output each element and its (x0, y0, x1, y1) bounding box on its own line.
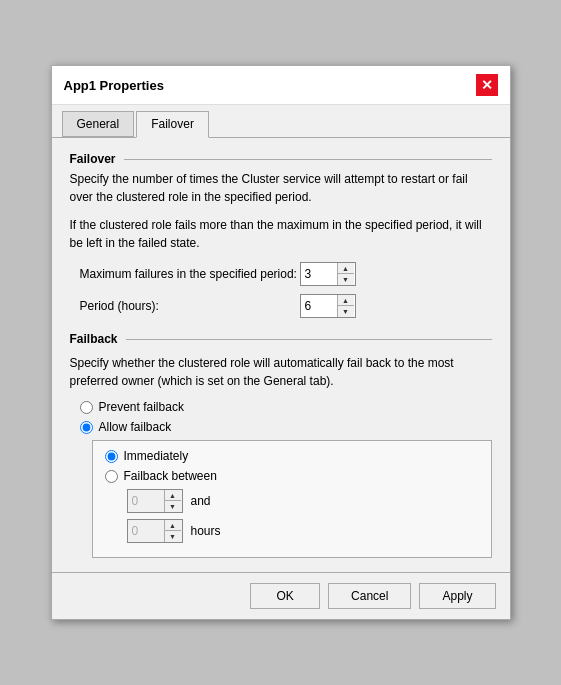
between-start-spin-buttons: ▲ ▼ (164, 490, 181, 512)
between-label: Failback between (124, 469, 217, 483)
failover-description1: Specify the number of times the Cluster … (70, 170, 492, 206)
between-spinbox-row: ▲ ▼ and (127, 489, 479, 513)
allow-failback-label: Allow failback (99, 420, 172, 434)
failback-options-box: Immediately Failback between ▲ ▼ (92, 440, 492, 558)
failback-section-title: Failback (70, 332, 492, 346)
period-spin-buttons: ▲ ▼ (337, 295, 354, 317)
dialog-title: App1 Properties (64, 78, 164, 93)
between-end-up-button[interactable]: ▲ (165, 520, 181, 531)
period-row: Period (hours): ▲ ▼ (80, 294, 492, 318)
failback-radio-group: Prevent failback Allow failback Immediat… (80, 400, 492, 558)
between-end-input[interactable] (128, 522, 164, 540)
tab-general[interactable]: General (62, 111, 135, 137)
failback-between-row: Failback between (105, 469, 479, 483)
prevent-failback-row: Prevent failback (80, 400, 492, 414)
immediately-label: Immediately (124, 449, 189, 463)
allow-failback-row: Allow failback (80, 420, 492, 434)
max-failures-spin-buttons: ▲ ▼ (337, 263, 354, 285)
max-failures-row: Maximum failures in the specified period… (80, 262, 492, 286)
between-start-spinbox: ▲ ▼ (127, 489, 183, 513)
content-area: Failover Specify the number of times the… (52, 138, 510, 572)
between-end-spinbox: ▲ ▼ (127, 519, 183, 543)
between-start-input[interactable] (128, 492, 164, 510)
between-end-spin-buttons: ▲ ▼ (164, 520, 181, 542)
between-end-down-button[interactable]: ▼ (165, 531, 181, 542)
failover-description2: If the clustered role fails more than th… (70, 216, 492, 252)
allow-failback-radio[interactable] (80, 421, 93, 434)
between-start-up-button[interactable]: ▲ (165, 490, 181, 501)
max-failures-input[interactable] (301, 265, 337, 283)
prevent-failback-radio[interactable] (80, 401, 93, 414)
max-failures-up-button[interactable]: ▲ (338, 263, 354, 274)
close-button[interactable]: ✕ (476, 74, 498, 96)
cancel-button[interactable]: Cancel (328, 583, 411, 609)
tab-failover[interactable]: Failover (136, 111, 209, 138)
ok-button[interactable]: OK (250, 583, 320, 609)
hours-text: hours (191, 524, 221, 538)
max-failures-spinbox: ▲ ▼ (300, 262, 356, 286)
period-down-button[interactable]: ▼ (338, 306, 354, 317)
max-failures-label: Maximum failures in the specified period… (80, 266, 300, 283)
period-spinbox: ▲ ▼ (300, 294, 356, 318)
between-radio[interactable] (105, 470, 118, 483)
tab-bar: General Failover (52, 105, 510, 138)
app1-properties-dialog: App1 Properties ✕ General Failover Failo… (51, 65, 511, 620)
immediately-row: Immediately (105, 449, 479, 463)
period-up-button[interactable]: ▲ (338, 295, 354, 306)
between-start-down-button[interactable]: ▼ (165, 501, 181, 512)
failover-section-title: Failover (70, 152, 492, 166)
dialog-footer: OK Cancel Apply (52, 572, 510, 619)
prevent-failback-label: Prevent failback (99, 400, 184, 414)
period-label: Period (hours): (80, 298, 300, 315)
and-text: and (191, 494, 211, 508)
immediately-radio[interactable] (105, 450, 118, 463)
between-end-row: ▲ ▼ hours (127, 519, 479, 543)
period-input[interactable] (301, 297, 337, 315)
title-bar: App1 Properties ✕ (52, 66, 510, 105)
max-failures-down-button[interactable]: ▼ (338, 274, 354, 285)
failback-description: Specify whether the clustered role will … (70, 354, 492, 390)
apply-button[interactable]: Apply (419, 583, 495, 609)
